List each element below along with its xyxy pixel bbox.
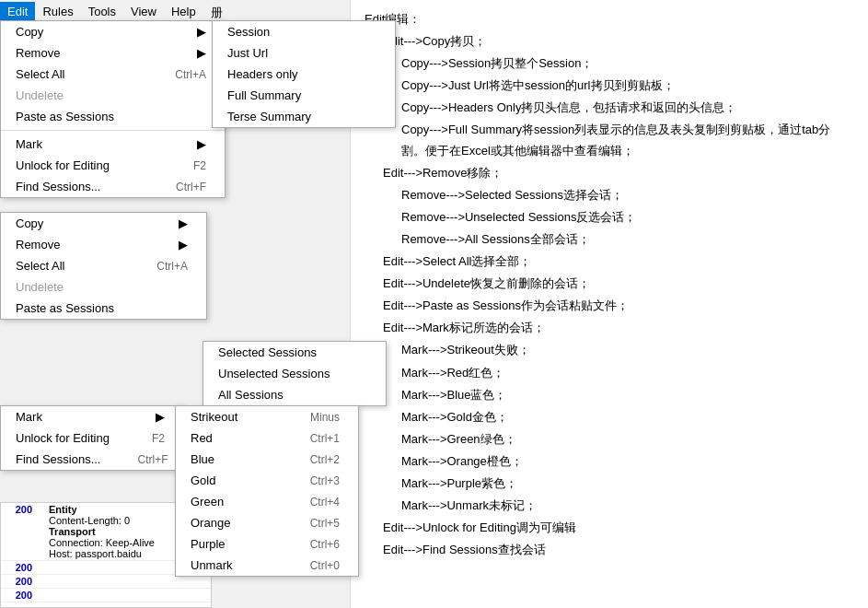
mark-mark-label: Mark xyxy=(16,410,42,424)
mark-red-item[interactable]: Red Ctrl+1 xyxy=(176,427,358,449)
mark-find-item[interactable]: Find Sessions... Ctrl+F xyxy=(1,449,183,470)
mid-paste-item[interactable]: Paste as Sessions xyxy=(1,298,206,319)
mark-unlock-label: Unlock for Editing xyxy=(16,431,110,445)
edit-menu-top: Copy ▶ Remove ▶ Select All Ctrl+A Undele… xyxy=(0,20,226,198)
content-panel: Edit编辑： Edit--->Copy拷贝；Copy--->Session拷贝… xyxy=(350,0,868,608)
session-transport-label: Transport xyxy=(49,526,155,537)
copy-fullsummary-item[interactable]: Full Summary xyxy=(213,85,395,106)
remove-submenu-mid: Selected Sessions Unselected Sessions Al… xyxy=(203,341,387,406)
copy-justurl-item[interactable]: Just Url xyxy=(213,42,395,64)
mark-green-label: Green xyxy=(191,495,224,509)
mid-remove-item[interactable]: Remove ▶ xyxy=(1,234,206,255)
content-lines: Edit--->Copy拷贝；Copy--->Session拷贝整个Sessio… xyxy=(365,31,854,560)
mid-copy-arrow: ▶ xyxy=(179,216,188,230)
content-line: Copy--->Full Summary将session列表显示的信息及表头复制… xyxy=(401,120,854,160)
edit-mark-item[interactable]: Mark ▶ xyxy=(1,134,225,155)
mark-unlock-item[interactable]: Unlock for Editing F2 xyxy=(1,427,183,449)
content-line: Edit--->Select All选择全部； xyxy=(383,251,854,272)
mark-unmark-shortcut: Ctrl+0 xyxy=(310,559,340,572)
edit-unlock-shortcut: F2 xyxy=(193,159,206,172)
session-transport-detail2: Host: passport.baidu xyxy=(49,548,155,559)
mark-unmark-label: Unmark xyxy=(191,558,233,572)
copy-session-item[interactable]: Session xyxy=(213,21,395,42)
mark-purple-label: Purple xyxy=(191,537,226,551)
mid-paste-label: Paste as Sessions xyxy=(16,301,114,315)
remove-all-item[interactable]: All Sessions xyxy=(203,384,386,405)
session-code-1: 200 xyxy=(1,504,36,515)
mark-blue-item[interactable]: Blue Ctrl+2 xyxy=(176,449,358,470)
session-entity-label: Entity xyxy=(49,504,155,515)
mark-gold-item[interactable]: Gold Ctrl+3 xyxy=(176,470,358,491)
mark-red-label: Red xyxy=(191,431,213,445)
edit-unlock-item[interactable]: Unlock for Editing F2 xyxy=(1,155,225,176)
mark-orange-shortcut: Ctrl+5 xyxy=(310,517,340,530)
mark-find-shortcut: Ctrl+F xyxy=(138,453,168,466)
session-code-4: 200 xyxy=(1,590,36,601)
edit-mark-label: Mark xyxy=(16,137,42,151)
edit-paste-item[interactable]: Paste as Sessions xyxy=(1,106,225,127)
mark-gold-shortcut: Ctrl+3 xyxy=(310,474,340,487)
mark-strikeout-item[interactable]: Strikeout Minus xyxy=(176,406,358,427)
content-line: Edit--->Paste as Sessions作为会话粘贴文件； xyxy=(383,296,854,316)
edit-paste-label: Paste as Sessions xyxy=(16,110,114,123)
mark-purple-item[interactable]: Purple Ctrl+6 xyxy=(176,533,358,555)
mark-menu: Mark ▶ Unlock for Editing F2 Find Sessio… xyxy=(0,405,184,471)
mark-green-item[interactable]: Green Ctrl+4 xyxy=(176,491,358,512)
mark-unlock-shortcut: F2 xyxy=(152,432,165,445)
edit-selectall-label: Select All xyxy=(16,67,64,81)
content-line: Mark--->Blue蓝色； xyxy=(401,385,854,405)
mark-strikeout-label: Strikeout xyxy=(191,410,237,424)
content-line: Copy--->Just Url将选中session的url拷贝到剪贴板； xyxy=(401,76,854,96)
content-line: Edit--->Find Sessions查找会话 xyxy=(383,540,854,560)
edit-remove-item[interactable]: Remove ▶ xyxy=(1,42,225,64)
mark-unmark-item[interactable]: Unmark Ctrl+0 xyxy=(176,555,358,576)
session-row-4: 200 xyxy=(1,589,211,602)
edit-undelete-item[interactable]: Undelete xyxy=(1,85,225,106)
session-code-3: 200 xyxy=(1,576,36,587)
mark-purple-shortcut: Ctrl+6 xyxy=(310,538,340,551)
content-line: Mark--->Green绿色； xyxy=(401,429,854,450)
mark-gold-label: Gold xyxy=(191,474,215,487)
edit-find-item[interactable]: Find Sessions... Ctrl+F xyxy=(1,176,225,197)
content-line: Edit--->Remove移除； xyxy=(383,163,854,183)
remove-selected-item[interactable]: Selected Sessions xyxy=(203,342,386,363)
mid-undelete-label: Undelete xyxy=(16,280,64,294)
copy-fullsummary-label: Full Summary xyxy=(227,88,301,102)
remove-unselected-item[interactable]: Unselected Sessions xyxy=(203,363,386,384)
mid-copy-item[interactable]: Copy ▶ xyxy=(1,213,206,234)
mark-find-label: Find Sessions... xyxy=(16,452,101,466)
mid-undelete-item[interactable]: Undelete xyxy=(1,276,206,298)
copy-session-label: Session xyxy=(227,25,270,39)
remove-unselected-label: Unselected Sessions xyxy=(218,367,330,380)
session-details-1: Entity Content-Length: 0 Transport Conne… xyxy=(43,504,155,559)
copy-headersonly-item[interactable]: Headers only xyxy=(213,64,395,85)
content-line: Edit--->Mark标记所选的会话； xyxy=(383,318,854,338)
edit-find-shortcut: Ctrl+F xyxy=(176,181,206,193)
mid-remove-label: Remove xyxy=(16,238,60,251)
content-title: Edit编辑： xyxy=(365,9,854,29)
edit-find-label: Find Sessions... xyxy=(16,180,101,193)
mark-orange-item[interactable]: Orange Ctrl+5 xyxy=(176,512,358,533)
edit-undelete-label: Undelete xyxy=(16,88,64,102)
edit-copy-item[interactable]: Copy ▶ xyxy=(1,21,225,42)
content-line: Remove--->Selected Sessions选择会话； xyxy=(401,185,854,205)
copy-tersesummary-item[interactable]: Terse Summary xyxy=(213,106,395,127)
mid-remove-arrow: ▶ xyxy=(179,238,188,251)
content-line: Mark--->Unmark未标记； xyxy=(401,496,854,516)
mark-red-shortcut: Ctrl+1 xyxy=(310,432,340,445)
content-line: Remove--->All Sessions全部会话； xyxy=(401,229,854,250)
mid-selectall-shortcut: Ctrl+A xyxy=(156,260,188,273)
content-line: Mark--->Strikeout失败； xyxy=(401,340,854,360)
mark-submenu: Strikeout Minus Red Ctrl+1 Blue Ctrl+2 G… xyxy=(175,405,359,577)
copy-headersonly-label: Headers only xyxy=(227,67,298,81)
content-line: Copy--->Session拷贝整个Session； xyxy=(401,53,854,74)
mark-blue-label: Blue xyxy=(191,452,214,466)
mid-copy-label: Copy xyxy=(16,216,43,230)
mark-mark-item[interactable]: Mark ▶ xyxy=(1,406,183,427)
edit-selectall-item[interactable]: Select All Ctrl+A xyxy=(1,64,225,85)
content-line: Mark--->Purple紫色； xyxy=(401,474,854,494)
mid-selectall-item[interactable]: Select All Ctrl+A xyxy=(1,255,206,276)
session-code-2: 200 xyxy=(1,562,36,573)
session-row-3: 200 xyxy=(1,575,211,589)
copy-submenu-top: Session Just Url Headers only Full Summa… xyxy=(212,20,396,128)
